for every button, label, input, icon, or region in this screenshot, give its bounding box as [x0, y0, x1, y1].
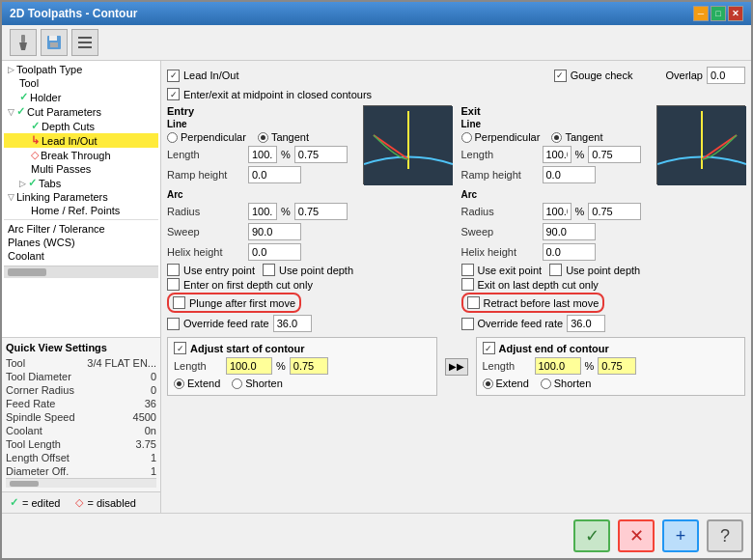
exit-radius-row: Radius % — [461, 203, 746, 220]
close-button[interactable]: ✕ — [728, 6, 743, 21]
adjust-start-length-input[interactable] — [290, 357, 328, 375]
exit-tangent-radio[interactable]: Tangent — [551, 131, 602, 143]
tree-multi-passes[interactable]: Multi Passes — [4, 162, 158, 176]
copy-to-right-button[interactable]: ▶▶ — [445, 358, 468, 376]
tree-home-ref-points[interactable]: Home / Ref. Points — [4, 204, 158, 217]
tree-toolpath-type[interactable]: ▷ Toolpath Type — [4, 63, 158, 76]
entry-ramp-input[interactable] — [248, 166, 301, 183]
end-extend-radio[interactable]: Extend — [483, 378, 529, 389]
tree-arc-filter[interactable]: Arc Filter / Tolerance — [4, 222, 158, 236]
entry-radius-pct-input[interactable] — [248, 203, 277, 220]
qv-scrollbar[interactable] — [6, 478, 156, 488]
radius-label: Radius — [167, 206, 244, 217]
tree-depth-cuts[interactable]: ✓ Depth Cuts — [4, 119, 158, 133]
tree-planes[interactable]: Planes (WCS) — [4, 236, 158, 249]
minimize-button[interactable]: ─ — [693, 6, 709, 21]
enter-first-depth-label[interactable]: Enter on first depth cut only — [167, 278, 452, 291]
adjust-end-length-input[interactable] — [598, 357, 636, 375]
entry-helix-input[interactable] — [248, 243, 301, 261]
gouge-check-label[interactable]: Gouge check — [554, 70, 633, 82]
start-shorten-radio-btn[interactable] — [232, 378, 242, 389]
override-feed-input-left[interactable] — [273, 315, 312, 332]
exit-tangent-radio-btn[interactable] — [551, 132, 562, 143]
adjust-end-checkbox[interactable] — [483, 342, 495, 354]
maximize-button[interactable]: □ — [711, 6, 726, 21]
end-shorten-radio[interactable]: Shorten — [541, 378, 592, 389]
tree-holder[interactable]: ✓ Holder — [4, 90, 158, 104]
exit-radius-pct-input[interactable] — [543, 203, 572, 220]
retract-before-row: Retract before last move — [461, 293, 605, 313]
adjust-end-label-row[interactable]: Adjust end of contour — [483, 342, 739, 354]
tangent-radio[interactable]: Tangent — [258, 131, 309, 143]
exit-length-pct-input[interactable] — [543, 146, 572, 163]
tree-tool[interactable]: Tool — [4, 76, 158, 90]
use-exit-point-label[interactable]: Use exit point — [461, 264, 543, 276]
use-point-depth-label[interactable]: Use point depth — [263, 264, 353, 276]
tool-icon — [14, 34, 32, 51]
exit-perp-radio[interactable]: Perpendicular — [461, 131, 541, 143]
end-extend-radio-btn[interactable] — [483, 378, 493, 389]
adjust-start-checkbox[interactable] — [174, 342, 186, 354]
use-point-depth-checkbox[interactable] — [263, 264, 275, 276]
tree-coolant[interactable]: Coolant — [4, 249, 158, 263]
add-button[interactable]: + — [662, 519, 699, 552]
retract-before-label[interactable]: Retract before last move — [467, 296, 600, 309]
plunge-after-label[interactable]: Plunge after first move — [173, 296, 295, 309]
entry-length-input[interactable] — [294, 146, 348, 163]
perpendicular-radio[interactable]: Perpendicular — [167, 131, 246, 143]
exit-radius-input[interactable] — [588, 203, 641, 220]
use-entry-point-label[interactable]: Use entry point — [167, 264, 255, 276]
use-exit-point-checkbox[interactable] — [461, 264, 474, 276]
scroll-thumb[interactable] — [8, 268, 46, 276]
enter-midpoint-row[interactable]: Enter/exit at midpoint in closed contour… — [167, 88, 745, 100]
tree-break-through[interactable]: ◇ Break Through — [4, 148, 158, 162]
tree-linking-parameters[interactable]: ▽ Linking Parameters — [4, 190, 158, 204]
perp-radio-btn[interactable] — [167, 132, 178, 143]
exit-last-depth-checkbox[interactable] — [461, 278, 474, 291]
exit-sweep-input[interactable] — [543, 223, 596, 240]
ok-button[interactable]: ✓ — [573, 519, 610, 552]
start-shorten-radio[interactable]: Shorten — [232, 378, 283, 389]
use-entry-point-checkbox[interactable] — [167, 264, 180, 276]
entry-sweep-input[interactable] — [248, 223, 301, 240]
settings-button[interactable] — [71, 29, 98, 56]
tree-scrollbar-h[interactable] — [4, 266, 158, 278]
gouge-check-checkbox[interactable] — [554, 70, 567, 82]
tangent-radio-btn[interactable] — [258, 132, 268, 143]
adjust-end-length-pct-input[interactable] — [535, 357, 581, 375]
override-feed-label[interactable]: Override feed rate — [167, 318, 269, 330]
tree-cut-parameters[interactable]: ▽ ✓ Cut Parameters — [4, 104, 158, 119]
lead-in-out-checkbox-label[interactable]: Lead In/Out — [167, 70, 239, 82]
plunge-after-checkbox[interactable] — [173, 296, 185, 309]
adjust-start-length-pct-input[interactable] — [226, 357, 272, 375]
adjust-start-label-row[interactable]: Adjust start of contour — [174, 342, 431, 354]
override-feed-input-right[interactable] — [567, 315, 605, 332]
lead-in-out-checkbox[interactable] — [167, 70, 180, 82]
exit-length-input[interactable] — [588, 146, 641, 163]
exit-override-feed-checkbox[interactable] — [461, 318, 474, 330]
tree-tabs[interactable]: ▷ ✓ Tabs — [4, 176, 158, 190]
exit-ramp-input[interactable] — [543, 166, 596, 183]
overlap-input[interactable] — [707, 67, 745, 84]
exit-override-feed-label[interactable]: Override feed rate — [461, 318, 564, 330]
override-feed-checkbox[interactable] — [167, 318, 180, 330]
exit-last-depth-label[interactable]: Exit on last depth cut only — [461, 278, 746, 291]
help-button[interactable]: ? — [707, 519, 743, 552]
entry-length-pct-input[interactable] — [248, 146, 277, 163]
tree-lead-in-out[interactable]: ↳ Lead In/Out — [4, 133, 158, 148]
end-shorten-radio-btn[interactable] — [541, 378, 551, 389]
enter-midpoint-checkbox[interactable] — [167, 88, 180, 100]
cancel-button[interactable]: ✕ — [618, 519, 655, 552]
save-button[interactable] — [41, 29, 68, 56]
tool-button[interactable] — [10, 29, 37, 56]
exit-use-point-depth-checkbox[interactable] — [549, 264, 562, 276]
retract-before-checkbox[interactable] — [467, 296, 480, 309]
exit-helix-input[interactable] — [543, 243, 596, 261]
start-extend-radio-btn[interactable] — [174, 378, 184, 389]
enter-first-depth-checkbox[interactable] — [167, 278, 180, 291]
qv-scroll-thumb[interactable] — [10, 481, 39, 487]
exit-perp-radio-btn[interactable] — [461, 132, 472, 143]
entry-radius-input[interactable] — [294, 203, 348, 220]
start-extend-radio[interactable]: Extend — [174, 378, 220, 389]
exit-use-point-depth-label[interactable]: Use point depth — [549, 264, 640, 276]
